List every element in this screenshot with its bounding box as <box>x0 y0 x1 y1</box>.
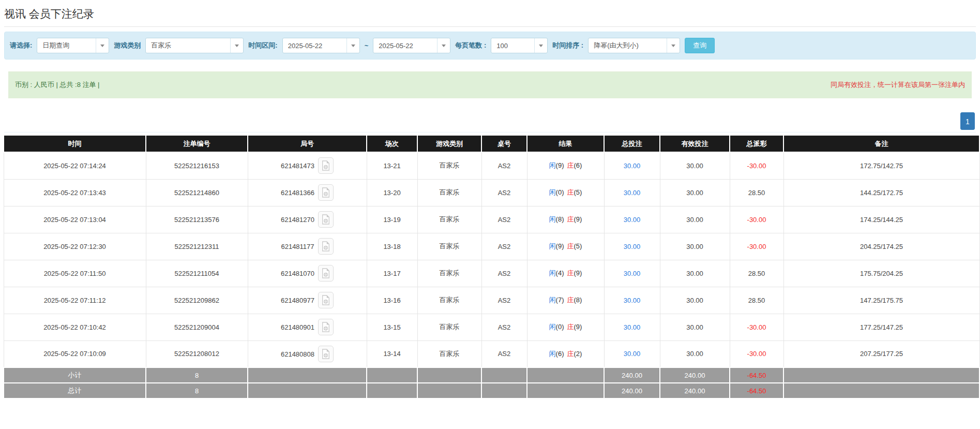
cell-valid-bet: 30.00 <box>660 233 730 260</box>
cell-payout: 28.50 <box>730 287 783 314</box>
cell-game: 百家乐 <box>417 152 481 179</box>
search-button[interactable]: 查询 <box>685 38 715 53</box>
cell-empty <box>481 383 527 398</box>
video-replay-button[interactable] <box>318 184 334 201</box>
player-points: (0) <box>556 188 564 196</box>
video-replay-button[interactable] <box>318 292 334 308</box>
player-points: (6) <box>556 350 564 358</box>
currency-summary: 币别 : 人民币 | 总共 :8 注单 | <box>15 80 100 90</box>
cell-note: 147.25/175.75 <box>783 287 979 314</box>
col-payout: 总派彩 <box>730 135 783 152</box>
page-size-select[interactable]: 100 <box>491 38 548 53</box>
cell-empty <box>417 367 481 383</box>
video-file-icon <box>321 349 330 359</box>
cell-empty <box>367 367 417 383</box>
grandtotal-count: 8 <box>146 383 248 398</box>
video-file-icon <box>321 187 330 198</box>
cell-payout: -30.00 <box>730 233 783 260</box>
cell-time: 2025-05-22 07:11:12 <box>4 287 146 314</box>
cell-total-bet: 30.00 <box>604 152 660 179</box>
player-label: 闲 <box>549 215 556 223</box>
page-button-1[interactable]: 1 <box>960 112 975 130</box>
cell-result: 闲(6)庄(2) <box>527 341 604 367</box>
cell-game: 百家乐 <box>417 260 481 287</box>
banker-label: 庄 <box>567 161 574 169</box>
cell-game: 百家乐 <box>417 206 481 233</box>
cell-session: 13-20 <box>367 179 417 206</box>
time-sort-select[interactable]: 降幂(由大到小) <box>588 38 680 53</box>
round-number: 621480808 <box>281 350 314 358</box>
cell-empty <box>783 367 979 383</box>
cell-valid-bet: 30.00 <box>660 260 730 287</box>
cell-round: 621481270 <box>248 206 367 233</box>
col-table: 桌号 <box>481 135 527 152</box>
payout-value: -30.00 <box>747 323 766 331</box>
cell-valid-bet: 30.00 <box>660 287 730 314</box>
payout-value: 28.50 <box>748 189 765 197</box>
col-valid-bet: 有效投注 <box>660 135 730 152</box>
table-top-divider <box>4 132 976 132</box>
cell-empty <box>481 367 527 383</box>
cell-table: AS2 <box>481 260 527 287</box>
game-type-value: 百家乐 <box>146 41 230 50</box>
player-label: 闲 <box>549 296 556 304</box>
video-replay-button[interactable] <box>318 346 334 362</box>
player-label: 闲 <box>549 323 556 331</box>
banker-points: (2) <box>574 350 582 358</box>
cell-table: AS2 <box>481 314 527 341</box>
grandtotal-row: 总计 8 240.00 240.00 -64.50 <box>4 383 979 398</box>
game-type-select[interactable]: 百家乐 <box>145 38 244 53</box>
cell-note: 174.25/144.25 <box>783 206 979 233</box>
round-number: 621481366 <box>281 189 314 197</box>
query-type-select[interactable]: 日期查询 <box>37 38 109 53</box>
subtotal-valid-bet: 240.00 <box>660 367 730 383</box>
cell-empty <box>367 383 417 398</box>
time-sort-label: 时间排序 : <box>552 41 583 50</box>
cell-result: 闲(0)庄(5) <box>527 179 604 206</box>
cell-payout: -30.00 <box>730 206 783 233</box>
payout-value: -64.50 <box>747 387 766 395</box>
video-replay-button[interactable] <box>318 238 334 255</box>
cell-session: 13-15 <box>367 314 417 341</box>
col-bet-no: 注单编号 <box>146 135 248 152</box>
video-file-icon <box>321 322 330 332</box>
video-replay-button[interactable] <box>318 157 334 174</box>
player-label: 闲 <box>549 350 556 358</box>
cell-bet-no: 522521216153 <box>146 152 248 179</box>
cell-valid-bet: 30.00 <box>660 152 730 179</box>
cell-empty <box>248 383 367 398</box>
banker-points: (9) <box>574 215 582 223</box>
cell-total-bet: 30.00 <box>604 314 660 341</box>
cell-session: 13-17 <box>367 260 417 287</box>
date-to-value: 2025-05-22 <box>373 42 437 50</box>
video-replay-button[interactable] <box>318 319 334 335</box>
cell-note: 207.25/177.25 <box>783 341 979 367</box>
cell-result: 闲(9)庄(5) <box>527 233 604 260</box>
cell-result: 闲(0)庄(9) <box>527 314 604 341</box>
cell-bet-no: 522521211054 <box>146 260 248 287</box>
grandtotal-total-bet: 240.00 <box>604 383 660 398</box>
chevron-down-icon <box>534 38 547 53</box>
table-row: 2025-05-22 07:11:12 522521209862 6214809… <box>4 287 979 314</box>
cell-payout: -30.00 <box>730 152 783 179</box>
query-type-value: 日期查询 <box>37 41 96 50</box>
video-replay-button[interactable] <box>318 265 334 282</box>
date-from-select[interactable]: 2025-05-22 <box>282 38 360 53</box>
player-label: 闲 <box>549 269 556 277</box>
payout-value: -30.00 <box>747 162 766 170</box>
page-title: 视讯 会员下注纪录 <box>4 7 976 21</box>
video-replay-button[interactable] <box>318 211 334 228</box>
cell-time: 2025-05-22 07:10:09 <box>4 341 146 367</box>
cell-round: 621480808 <box>248 341 367 367</box>
player-label: 闲 <box>549 161 556 169</box>
cell-total-bet: 30.00 <box>604 179 660 206</box>
date-to-select[interactable]: 2025-05-22 <box>373 38 450 53</box>
payout-value: 28.50 <box>748 297 765 304</box>
cell-game: 百家乐 <box>417 287 481 314</box>
cell-result: 闲(4)庄(9) <box>527 260 604 287</box>
cell-payout: 28.50 <box>730 260 783 287</box>
payout-value: -30.00 <box>747 243 766 250</box>
subtotal-row: 小计 8 240.00 240.00 -64.50 <box>4 367 979 383</box>
cell-table: AS2 <box>481 341 527 367</box>
banker-label: 庄 <box>567 242 574 250</box>
